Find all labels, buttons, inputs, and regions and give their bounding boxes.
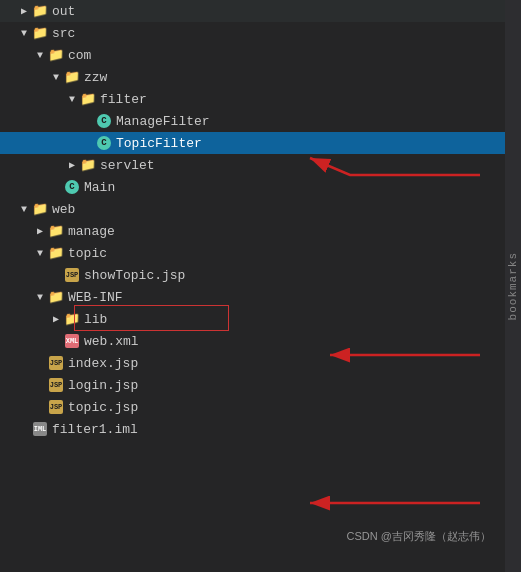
- tree-label-showTopic: showTopic.jsp: [84, 268, 185, 283]
- tree-item-index.jsp[interactable]: JSPindex.jsp: [0, 352, 521, 374]
- tree-arrow-zzw[interactable]: ▼: [48, 69, 64, 85]
- tree-item-web[interactable]: ▼📁web: [0, 198, 521, 220]
- folder-icon-zzw: 📁: [64, 69, 80, 85]
- tree-item-Main[interactable]: CMain: [0, 176, 521, 198]
- tree-label-topic: topic: [68, 246, 107, 261]
- tree-arrow-showTopic[interactable]: [48, 267, 64, 283]
- folder-icon-servlet: 📁: [80, 157, 96, 173]
- tree-label-servlet: servlet: [100, 158, 155, 173]
- tree-arrow-manage[interactable]: ▶: [32, 223, 48, 239]
- tree-arrow-lib[interactable]: ▶: [48, 311, 64, 327]
- file-tree: ▶📁out▼📁src▼📁com▼📁zzw▼📁filterCManageFilte…: [0, 0, 521, 572]
- tree-arrow-filter[interactable]: ▼: [64, 91, 80, 107]
- tree-label-zzw: zzw: [84, 70, 107, 85]
- tree-item-lib[interactable]: ▶📁lib: [0, 308, 521, 330]
- folder-icon-manage: 📁: [48, 223, 64, 239]
- tree-label-topic.jsp: topic.jsp: [68, 400, 138, 415]
- tree-arrow-src[interactable]: ▼: [16, 25, 32, 41]
- jsp-icon-login.jsp: JSP: [48, 377, 64, 393]
- class-icon-Main: C: [64, 179, 80, 195]
- tree-label-com: com: [68, 48, 91, 63]
- tree-item-login.jsp[interactable]: JSPlogin.jsp: [0, 374, 521, 396]
- jsp-icon-showTopic: JSP: [64, 267, 80, 283]
- tree-arrow-servlet[interactable]: ▶: [64, 157, 80, 173]
- folder-icon-filter: 📁: [80, 91, 96, 107]
- tree-label-filter1.iml: filter1.iml: [52, 422, 138, 437]
- folder-icon-WEB-INF: 📁: [48, 289, 64, 305]
- tree-item-web.xml[interactable]: XMLweb.xml: [0, 330, 521, 352]
- tree-item-servlet[interactable]: ▶📁servlet: [0, 154, 521, 176]
- tree-item-manage[interactable]: ▶📁manage: [0, 220, 521, 242]
- tree-arrow-WEB-INF[interactable]: ▼: [32, 289, 48, 305]
- tree-item-topic.jsp[interactable]: JSPtopic.jsp: [0, 396, 521, 418]
- tree-arrow-topic[interactable]: ▼: [32, 245, 48, 261]
- tree-arrow-ManageFilter[interactable]: [80, 113, 96, 129]
- tree-arrow-Main[interactable]: [48, 179, 64, 195]
- iml-icon-filter1.iml: IML: [32, 421, 48, 437]
- tree-item-out[interactable]: ▶📁out: [0, 0, 521, 22]
- tree-label-filter: filter: [100, 92, 147, 107]
- tree-label-web: web: [52, 202, 75, 217]
- tree-arrow-web[interactable]: ▼: [16, 201, 32, 217]
- xml-icon-web.xml: XML: [64, 333, 80, 349]
- tree-arrow-TopicFilter[interactable]: [80, 135, 96, 151]
- tree-label-web.xml: web.xml: [84, 334, 139, 349]
- class-icon-TopicFilter: C: [96, 135, 112, 151]
- folder-icon-src: 📁: [32, 25, 48, 41]
- tree-arrow-out[interactable]: ▶: [16, 3, 32, 19]
- tree-item-src[interactable]: ▼📁src: [0, 22, 521, 44]
- tree-item-filter[interactable]: ▼📁filter: [0, 88, 521, 110]
- jsp-icon-topic.jsp: JSP: [48, 399, 64, 415]
- folder-icon-out: 📁: [32, 3, 48, 19]
- tree-item-filter1.iml[interactable]: IMLfilter1.iml: [0, 418, 521, 440]
- tree-label-lib: lib: [84, 312, 107, 327]
- tree-item-TopicFilter[interactable]: CTopicFilter: [0, 132, 521, 154]
- tree-item-ManageFilter[interactable]: CManageFilter: [0, 110, 521, 132]
- tree-arrow-filter1.iml[interactable]: [16, 421, 32, 437]
- tree-label-index.jsp: index.jsp: [68, 356, 138, 371]
- bookmarks-label: bookmarks: [507, 252, 519, 320]
- tree-label-WEB-INF: WEB-INF: [68, 290, 123, 305]
- tree-item-zzw[interactable]: ▼📁zzw: [0, 66, 521, 88]
- tree-arrow-com[interactable]: ▼: [32, 47, 48, 63]
- tree-item-com[interactable]: ▼📁com: [0, 44, 521, 66]
- class-icon-ManageFilter: C: [96, 113, 112, 129]
- tree-item-WEB-INF[interactable]: ▼📁WEB-INF: [0, 286, 521, 308]
- tree-label-TopicFilter: TopicFilter: [116, 136, 202, 151]
- folder-icon-web: 📁: [32, 201, 48, 217]
- tree-label-login.jsp: login.jsp: [68, 378, 138, 393]
- tree-arrow-topic.jsp[interactable]: [32, 399, 48, 415]
- folder-icon-topic: 📁: [48, 245, 64, 261]
- tree-arrow-index.jsp[interactable]: [32, 355, 48, 371]
- tree-label-Main: Main: [84, 180, 115, 195]
- jsp-icon-index.jsp: JSP: [48, 355, 64, 371]
- folder-icon-lib: 📁: [64, 311, 80, 327]
- tree-arrow-login.jsp[interactable]: [32, 377, 48, 393]
- tree-label-ManageFilter: ManageFilter: [116, 114, 210, 129]
- tree-label-manage: manage: [68, 224, 115, 239]
- tree-item-showTopic[interactable]: JSPshowTopic.jsp: [0, 264, 521, 286]
- tree-label-out: out: [52, 4, 75, 19]
- tree-item-topic[interactable]: ▼📁topic: [0, 242, 521, 264]
- bookmarks-sidebar: bookmarks: [505, 0, 521, 572]
- folder-icon-com: 📁: [48, 47, 64, 63]
- watermark: CSDN @吉冈秀隆（赵志伟）: [347, 529, 491, 544]
- tree-label-src: src: [52, 26, 75, 41]
- tree-arrow-web.xml[interactable]: [48, 333, 64, 349]
